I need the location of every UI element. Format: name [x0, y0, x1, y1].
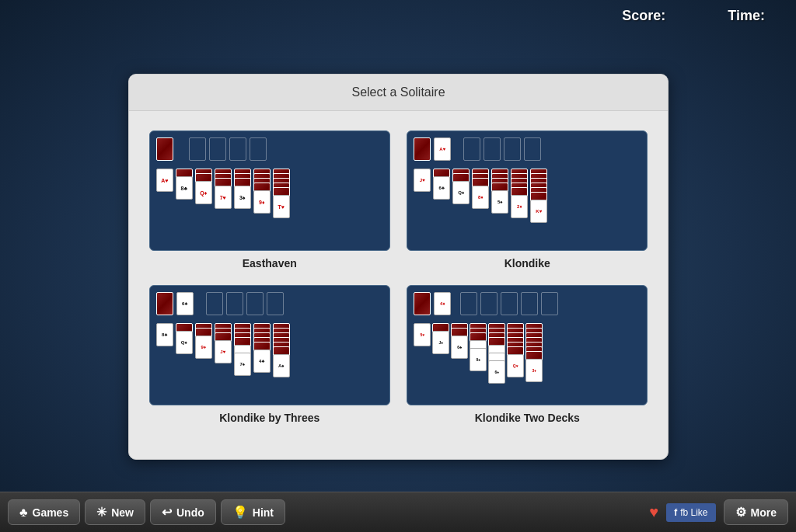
games-icon: ♣: [19, 506, 28, 520]
kl-col-2: 6♣: [433, 169, 450, 200]
toolbar: ♣ Games ✳ New ↩ Undo 💡 Hint ♥ f fb Like …: [0, 492, 796, 532]
col-3: Q♦: [195, 169, 212, 204]
undo-button[interactable]: ↩ Undo: [150, 499, 216, 525]
ktd-col-1: 5♥: [414, 323, 431, 346]
new-label: New: [111, 506, 134, 519]
easthaven-preview: A♥ 8♣ Q♦ 7♥: [149, 130, 390, 251]
game-name-klondike: Klondike: [504, 257, 550, 269]
ktd-col-2: J♠: [432, 323, 449, 354]
undo-icon: ↩: [162, 505, 172, 520]
ktd-col-7: 3♦: [525, 323, 543, 382]
more-label: More: [751, 506, 777, 519]
ktd-col-5: 8♣ 7♦ 6♠: [488, 323, 505, 384]
foundation-1: [189, 137, 206, 161]
game-cell-klondike-threes[interactable]: 6♣ 8♣ Q♠: [141, 277, 399, 432]
undo-label: Undo: [176, 506, 204, 519]
kt-col-5: 8♥ 7♠: [234, 323, 251, 376]
col-7: T♥: [273, 169, 290, 218]
col-4: 7♥: [215, 169, 232, 209]
fb-like-label: fb Like: [680, 507, 707, 518]
ktd-col-6: Q♥: [507, 323, 524, 377]
foundation-2: [209, 137, 226, 161]
games-label: Games: [33, 506, 69, 519]
kl-col-7: K♥: [530, 169, 547, 223]
ktd-col-3: 6♣: [451, 323, 468, 359]
deck-card: [156, 137, 173, 161]
games-button[interactable]: ♣ Games: [8, 499, 80, 525]
more-button[interactable]: ⚙ More: [724, 499, 788, 525]
game-name-easthaven: Easthaven: [243, 257, 297, 269]
kl-col-4: 8♦: [472, 169, 489, 209]
hint-button[interactable]: 💡 Hint: [221, 499, 285, 525]
game-cell-klondike-two-decks[interactable]: 4♦ 5♥ J♠: [399, 277, 657, 432]
kt-col-6: 4♣: [253, 323, 271, 373]
kl-col-6: 2♦: [511, 169, 528, 218]
kt-col-2: Q♠: [176, 323, 193, 354]
kt-col-1: 8♣: [156, 323, 173, 346]
game-name-klondike-two-decks: Klondike Two Decks: [475, 412, 580, 424]
col-6: 9♦: [253, 169, 271, 214]
kl-col-3: Q♠: [452, 169, 470, 204]
game-cell-klondike[interactable]: A♥ J♥ 6♣: [399, 123, 657, 277]
kt-col-3: 9♦: [195, 323, 212, 359]
toolbar-right: ♥ f fb Like ⚙ More: [649, 499, 788, 525]
hint-icon: 💡: [232, 505, 248, 520]
dialog-title: Select a Solitaire: [129, 75, 668, 111]
top-bar: Score: Time:: [0, 0, 796, 31]
more-icon: ⚙: [735, 505, 746, 520]
fb-icon: f: [674, 507, 677, 518]
col-2: 8♣: [176, 169, 193, 200]
klondike-threes-preview: 6♣ 8♣ Q♠: [149, 285, 390, 405]
foundation-3: [229, 137, 246, 161]
kt-col-4: J♥: [215, 323, 232, 363]
kt-col-7: A♠: [273, 323, 290, 377]
kl-col-5: 5♠: [491, 169, 508, 214]
fb-like-button[interactable]: f fb Like: [666, 503, 715, 522]
kl-col-1: J♥: [414, 169, 431, 192]
foundation-4: [250, 137, 267, 161]
klondike-preview: A♥ J♥ 6♣: [407, 130, 648, 251]
score-label: Score:: [622, 8, 665, 24]
games-grid: A♥ 8♣ Q♦ 7♥: [129, 111, 668, 443]
col-5: 3♠: [234, 169, 251, 209]
game-name-klondike-threes: Klondike by Threes: [219, 412, 319, 424]
col-1: A♥: [156, 169, 173, 192]
hint-label: Hint: [253, 506, 274, 519]
deck-card: [414, 137, 431, 161]
game-select-dialog: Select a Solitaire A♥: [128, 74, 669, 460]
klondike-two-decks-preview: 4♦ 5♥ J♠: [407, 285, 648, 405]
new-icon: ✳: [96, 505, 106, 520]
ktd-col-4: T♦ 9♠: [470, 323, 487, 371]
heart-icon: ♥: [649, 503, 658, 521]
new-button[interactable]: ✳ New: [85, 499, 145, 525]
toolbar-left: ♣ Games ✳ New ↩ Undo 💡 Hint: [8, 499, 285, 525]
time-label: Time:: [728, 8, 765, 24]
game-cell-easthaven[interactable]: A♥ 8♣ Q♦ 7♥: [141, 123, 399, 277]
